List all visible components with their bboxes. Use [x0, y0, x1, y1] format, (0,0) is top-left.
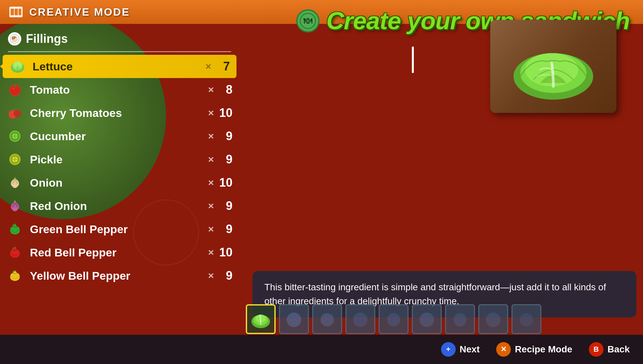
svg-text:🥙: 🥙: [11, 36, 18, 42]
ingredient-row[interactable]: Yellow Bell Pepper × 9: [0, 264, 239, 287]
svg-point-41: [520, 313, 533, 326]
fillings-icon: 🥙: [8, 32, 21, 46]
tomato-icon: [7, 81, 23, 98]
ingredient-multiply: ×: [208, 177, 214, 188]
ingredient-row[interactable]: Lettuce × 7: [3, 55, 236, 78]
item-slot[interactable]: [445, 304, 475, 334]
red-onion-icon: [7, 198, 23, 214]
ingredient-name: Cucumber: [30, 130, 208, 143]
tray-background: [490, 20, 616, 113]
cherry-tomato-icon: [7, 105, 23, 121]
ingredient-multiply: ×: [208, 154, 214, 165]
item-slot[interactable]: [412, 304, 442, 334]
scroll-indicator[interactable]: [412, 46, 414, 73]
left-panel: 🥙 Fillings Lettuce × 7: [0, 27, 239, 334]
ingredient-multiply: ×: [208, 131, 214, 142]
ingredient-name: Tomato: [30, 83, 208, 96]
cucumber-icon: [7, 128, 23, 144]
lettuce-svg: [500, 27, 606, 106]
ingredient-name: Red Onion: [30, 200, 208, 213]
ingredient-name: Onion: [30, 176, 208, 189]
svg-point-13: [12, 88, 15, 90]
ingredient-count: 9: [219, 222, 232, 236]
ingredient-multiply: ×: [208, 107, 214, 119]
ingredient-count: 9: [219, 269, 232, 283]
food-display-tray: [490, 20, 616, 113]
item-slot[interactable]: [246, 304, 276, 334]
back-btn-label: Back: [607, 344, 630, 355]
mode-icon: [8, 4, 24, 20]
svg-point-40: [486, 313, 501, 327]
ingredient-row[interactable]: Tomato × 8: [0, 78, 239, 101]
fillings-header: 🥙 Fillings: [0, 27, 239, 51]
item-slot[interactable]: [345, 304, 375, 334]
ingredient-row[interactable]: Red Onion × 9: [0, 194, 239, 218]
svg-point-17: [11, 112, 13, 113]
ingredient-name: Green Bell Pepper: [30, 223, 208, 236]
pickle-icon: [7, 151, 23, 168]
back-btn-icon: B: [589, 342, 603, 357]
bottom-bar: + Next ✕ Recipe Mode B Back: [0, 335, 643, 364]
ingredient-multiply: ×: [208, 247, 214, 258]
ingredient-count: 10: [219, 106, 232, 120]
ingredient-multiply: ×: [208, 200, 214, 212]
item-slot[interactable]: [511, 304, 541, 334]
ingredient-count: 10: [219, 176, 232, 190]
ingredient-row[interactable]: Cucumber × 9: [0, 125, 239, 148]
ingredient-multiply: ×: [208, 270, 214, 281]
ingredient-count: 10: [219, 245, 232, 259]
next-button[interactable]: + Next: [441, 342, 480, 357]
red-bell-pepper-icon: [7, 244, 23, 261]
svg-point-38: [419, 313, 434, 327]
item-slot[interactable]: [312, 304, 342, 334]
svg-rect-14: [14, 84, 16, 87]
svg-point-37: [387, 313, 400, 326]
onion-icon: [7, 174, 23, 191]
back-button[interactable]: B Back: [589, 342, 630, 357]
lettuce-icon: [9, 58, 26, 75]
item-slot[interactable]: [279, 304, 309, 334]
fillings-title: Fillings: [26, 32, 68, 46]
svg-rect-2: [15, 9, 18, 15]
ingredient-name: Red Bell Pepper: [30, 246, 208, 259]
recipe-btn-icon: ✕: [496, 342, 511, 357]
ingredient-name: Yellow Bell Pepper: [30, 269, 208, 282]
ingredient-row[interactable]: Green Bell Pepper × 9: [0, 218, 239, 241]
green-bell-pepper-icon: [7, 221, 23, 237]
ingredient-row[interactable]: Pickle × 9: [0, 148, 239, 171]
ingredient-count: 9: [219, 199, 232, 213]
sandwich-icon: 🍽: [296, 9, 320, 33]
ingredient-row[interactable]: Cherry Tomatoes × 10: [0, 101, 239, 125]
svg-point-36: [353, 313, 368, 327]
ingredient-name: Lettuce: [33, 60, 205, 73]
svg-point-39: [453, 313, 467, 326]
svg-text:🍽: 🍽: [304, 16, 312, 26]
mode-label: CREATIVE MODE: [29, 6, 130, 18]
ingredient-name: Pickle: [30, 153, 208, 166]
item-slot[interactable]: [478, 304, 508, 334]
ingredient-count: 9: [219, 129, 232, 143]
ingredient-list: Lettuce × 7 Tomato × 8: [0, 52, 239, 290]
svg-point-16: [14, 110, 21, 117]
next-btn-label: Next: [460, 344, 480, 355]
ingredient-count: 7: [217, 59, 230, 73]
svg-rect-1: [11, 9, 14, 15]
recipe-btn-label: Recipe Mode: [515, 344, 572, 355]
ingredient-count: 9: [219, 152, 232, 166]
ingredient-row[interactable]: Onion × 10: [0, 171, 239, 194]
ingredient-multiply: ×: [205, 61, 211, 72]
svg-point-34: [287, 313, 301, 327]
svg-rect-3: [19, 9, 21, 15]
next-btn-icon: +: [441, 342, 456, 357]
recipe-mode-button[interactable]: ✕ Recipe Mode: [496, 342, 572, 357]
item-slots-bar: [239, 304, 636, 334]
ingredient-multiply: ×: [208, 84, 214, 95]
item-slot[interactable]: [379, 304, 409, 334]
svg-point-35: [321, 313, 334, 326]
description-text: This bitter-tasting ingredient is simple…: [264, 282, 606, 306]
ingredient-row[interactable]: Red Bell Pepper × 10: [0, 241, 239, 264]
yellow-bell-pepper-icon: [7, 267, 23, 284]
ingredient-multiply: ×: [208, 224, 214, 235]
ingredient-name: Cherry Tomatoes: [30, 107, 208, 120]
ingredient-count: 8: [219, 83, 232, 97]
